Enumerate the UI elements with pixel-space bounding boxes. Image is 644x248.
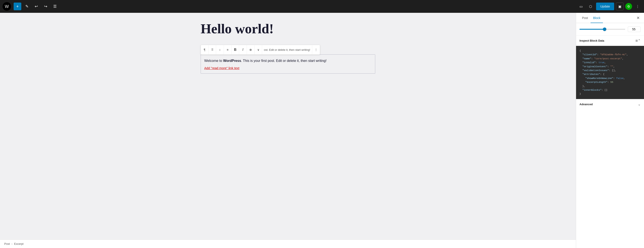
editor-area: Hello world! ¶ ⠿ ↕ ≡ B I ⊕ ∨ ost. Edit o…	[0, 13, 576, 248]
drag-handle[interactable]: ⠿	[208, 45, 216, 54]
options-button[interactable]: ⋮	[312, 45, 320, 54]
editor-content: Hello world! ¶ ⠿ ↕ ≡ B I ⊕ ∨ ost. Edit o…	[200, 21, 375, 74]
sidebar-toggle-button[interactable]: ▣	[616, 3, 624, 10]
text-align-button[interactable]: ≡	[224, 45, 232, 54]
block-type-button[interactable]: ¶	[201, 45, 208, 54]
toolbar-excerpt-preview: ost. Edit or delete it, then start writi…	[262, 45, 312, 54]
inspect-block-title: Inspect Block Data	[580, 39, 634, 42]
tab-post[interactable]: Post	[580, 13, 590, 23]
excerpt-block[interactable]: Welcome to WordPress. This is your first…	[200, 54, 375, 74]
block-toolbar: ¶ ⠿ ↕ ≡ B I ⊕ ∨ ost. Edit or delete it, …	[200, 45, 320, 55]
brand-name: WordPress	[223, 59, 241, 63]
more-rich-text-button[interactable]: ∨	[254, 45, 262, 54]
excerpt-post-text: . This is your first post. Edit or delet…	[241, 59, 327, 63]
right-sidebar: Post Block ✕ Inspect Block Data ⊞ ⌃ { "c…	[576, 13, 644, 248]
italic-button[interactable]: I	[239, 45, 247, 54]
update-button[interactable]: Update	[596, 3, 614, 10]
top-bar: W + ✎ ↩ ↪ ☰ ▭ ⬡ Update ▣ G ⋮	[0, 0, 644, 13]
post-title[interactable]: Hello world!	[200, 21, 375, 36]
bold-button[interactable]: B	[232, 45, 239, 54]
breadcrumb: Post › Excerpt	[0, 239, 576, 248]
wordpress-logo[interactable]: W	[2, 2, 11, 11]
sidebar-tabs: Post Block ✕	[576, 13, 644, 23]
undo-button[interactable]: ↩	[32, 3, 40, 10]
read-more-link[interactable]: Add "read more" link text	[204, 66, 239, 70]
redo-button[interactable]: ↪	[42, 3, 50, 10]
breadcrumb-post[interactable]: Post	[4, 242, 10, 245]
slider-section	[576, 23, 644, 36]
move-up-down-button[interactable]: ↕	[216, 45, 224, 54]
sidebar-close-button[interactable]: ✕	[636, 15, 640, 21]
options-button[interactable]: ⋮	[634, 3, 642, 10]
tab-block[interactable]: Block	[590, 13, 603, 23]
slider-track	[580, 29, 625, 30]
excerpt-length-input[interactable]	[628, 27, 640, 32]
preview-responsive-button[interactable]: ▭	[577, 3, 585, 10]
advanced-title: Advanced	[580, 103, 638, 106]
slider-fill	[580, 29, 604, 30]
document-overview-button[interactable]: ☰	[51, 3, 59, 10]
slider-thumb	[603, 28, 606, 31]
excerpt-text: Welcome to WordPress. This is your first…	[204, 58, 372, 64]
advanced-chevron-icon: ⌄	[638, 102, 640, 106]
slider-row	[580, 27, 640, 32]
preview-external-button[interactable]: ⬡	[587, 3, 594, 10]
inspect-icon: ⊞	[636, 39, 638, 42]
inspect-collapse-icon: ⌃	[638, 39, 640, 43]
user-avatar[interactable]: G	[625, 3, 632, 10]
excerpt-pre-text: Welcome to	[204, 59, 223, 63]
breadcrumb-separator: ›	[12, 242, 12, 245]
tools-button[interactable]: ✎	[23, 3, 31, 10]
add-block-button[interactable]: +	[14, 3, 21, 10]
main-layout: Hello world! ¶ ⠿ ↕ ≡ B I ⊕ ∨ ost. Edit o…	[0, 13, 644, 248]
inspect-code-block: { "clientId": "9f82a69e-fbf4-4c", "name"…	[576, 46, 644, 99]
link-button[interactable]: ⊕	[247, 45, 254, 54]
breadcrumb-excerpt[interactable]: Excerpt	[14, 242, 24, 245]
advanced-panel-header[interactable]: Advanced ⌄	[576, 99, 644, 109]
inspect-block-panel-header[interactable]: Inspect Block Data ⊞ ⌃	[576, 36, 644, 46]
